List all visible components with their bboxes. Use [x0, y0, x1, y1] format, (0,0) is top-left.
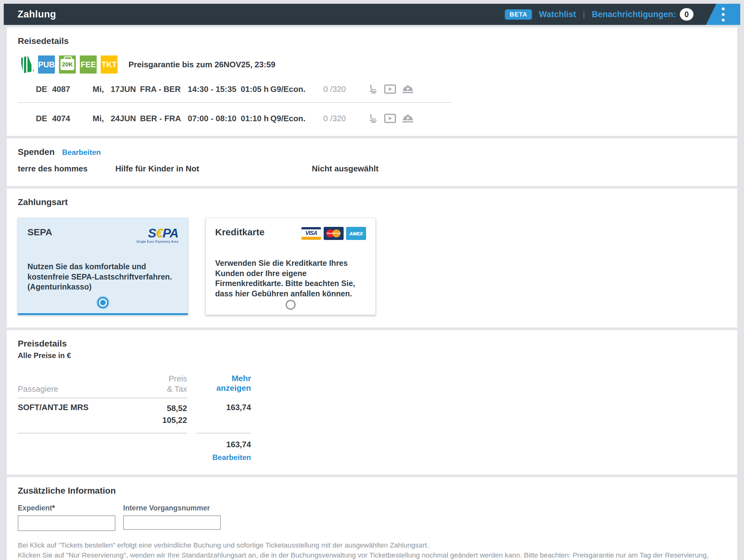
donation-organization: terre des hommes: [18, 164, 115, 173]
card-brand-logos: VISA MasterCard AMEX: [301, 227, 366, 240]
fare-badge-baggage: 20K: [59, 55, 76, 74]
payment-page: Zahlung BETA Watchlist | Benachrichtigun…: [0, 4, 744, 560]
notifications-link[interactable]: Benachrichtigungen: 0: [592, 8, 694, 21]
donation-status: Nicht ausgewählt: [312, 164, 378, 173]
zahlungsart-panel: Zahlungsart SEPA S€PA Single Euro Paymen…: [7, 189, 737, 327]
spenden-edit-link[interactable]: Bearbeiten: [62, 148, 101, 157]
flight-date: 24JUN: [111, 114, 140, 123]
flight-carrier: DE: [36, 84, 47, 94]
beta-badge: BETA: [505, 9, 532, 19]
flight-date: 17JUN: [111, 84, 140, 94]
flight-booking-class: Q9/Econ.: [270, 114, 323, 123]
sepa-title: SEPA: [28, 227, 52, 237]
header-bar: Zahlung BETA Watchlist | Benachrichtigun…: [4, 4, 740, 25]
flight-row-return: DE 4074 Mi, 24JUN BER - FRA 07:00 - 08:1…: [18, 113, 726, 123]
sepa-logo-subtext: Single Euro Payments Area: [136, 240, 178, 243]
entertainment-icon: [384, 84, 396, 94]
required-marker: *: [52, 504, 55, 512]
spenden-panel: Spenden Bearbeiten terre des hommes Hilf…: [7, 138, 737, 186]
flight-route: BER - FRA: [140, 114, 188, 123]
notifications-label: Benachrichtigungen:: [592, 10, 676, 19]
flight-separator: [18, 102, 452, 103]
flight-route: FRA - BER: [140, 84, 188, 94]
spenden-heading: Spenden: [18, 147, 54, 157]
vorgangsnummer-input[interactable]: [123, 515, 221, 530]
preisdetails-panel: Preisdetails Alle Preise in € Passagiere…: [7, 330, 737, 475]
fare-badge-tkt: TKT: [101, 55, 118, 74]
preisdetails-heading: Preisdetails: [18, 339, 726, 349]
seat-icon: [369, 113, 378, 123]
flight-seats: 0 /320: [323, 114, 369, 123]
meal-icon: [402, 113, 413, 123]
flight-number: 4087: [52, 84, 70, 94]
note-line-1: Bei Klick auf "Tickets bestellen" erfolg…: [18, 541, 726, 550]
zusatz-heading: Zusätzliche Information: [18, 486, 726, 496]
price-guarantee-text: Preisgarantie bis zum 26NOV25, 23:59: [128, 60, 275, 70]
visa-icon: VISA: [301, 227, 321, 240]
note-line-2: Klicken Sie auf "Nur Reservierung", wend…: [18, 550, 726, 560]
zahlungsart-heading: Zahlungsart: [18, 197, 726, 207]
flight-day: Mi,: [92, 114, 111, 123]
seat-icon: [369, 84, 378, 94]
header-right: BETA Watchlist | Benachrichtigungen: 0: [505, 8, 740, 21]
kreditkarte-title: Kreditkarte: [215, 227, 264, 237]
flight-times: 07:00 - 08:10: [188, 114, 236, 123]
expedient-field-group: Expedient*: [18, 504, 115, 531]
kreditkarte-description: Verwenden Sie die Kreditkarte Ihres Kund…: [215, 258, 365, 298]
payment-option-sepa[interactable]: SEPA S€PA Single Euro Payments Area Nutz…: [18, 218, 188, 315]
fare-badge-fee: FEE: [80, 55, 97, 74]
price-table: Passagiere Preis & Tax Mehr anzeigen SOF…: [18, 374, 251, 462]
currency-note: Alle Preise in €: [18, 351, 726, 360]
reisedetails-heading: Reisedetails: [18, 36, 726, 46]
kebab-menu-button[interactable]: [706, 4, 740, 25]
grand-total: 163,74: [196, 440, 251, 449]
fare-badge-pub: PUB: [38, 55, 55, 74]
flight-seats: 0 /320: [323, 84, 369, 94]
flight-times: 14:30 - 15:35: [188, 84, 236, 94]
fare-attributes-row: PUB 20K FEE TKT Preisgarantie bis zum 26…: [18, 55, 726, 74]
flight-carrier: DE: [36, 114, 47, 123]
sepa-logo: S€PA Single Euro Payments Area: [136, 227, 178, 243]
kebab-icon: [722, 7, 725, 22]
flight-booking-class: G9/Econ.: [270, 84, 323, 94]
header-separator: |: [583, 10, 585, 19]
donation-description: Hilfe für Kinder in Not: [115, 164, 312, 173]
zusatz-panel: Zusätzliche Information Expedient* Inter…: [7, 477, 737, 560]
flight-duration: 01:05 h: [241, 84, 269, 94]
passenger-name: SOFT/ANTJE MRS: [18, 403, 88, 412]
col-price-tax: Preis & Tax: [167, 374, 187, 394]
more-link[interactable]: Mehr anzeigen: [216, 374, 251, 393]
mastercard-icon: MasterCard: [324, 227, 344, 240]
spenden-row: terre des hommes Hilfe für Kinder in Not…: [18, 164, 726, 173]
price-and-tax: 58,52 105,22: [162, 403, 187, 426]
col-passengers: Passagiere: [18, 384, 58, 394]
entertainment-icon: [384, 114, 396, 123]
notifications-count-badge: 0: [680, 8, 694, 21]
expedient-label: Expedient*: [18, 504, 115, 512]
sepa-radio[interactable]: [97, 297, 109, 308]
page-title: Zahlung: [17, 9, 56, 20]
watchlist-link[interactable]: Watchlist: [539, 10, 576, 19]
amex-icon: AMEX: [346, 227, 366, 240]
row-total: 163,74: [196, 403, 251, 426]
payment-option-kreditkarte[interactable]: Kreditkarte VISA MasterCard AMEX Verwend…: [206, 218, 376, 315]
airline-logo-icon: [18, 56, 34, 73]
price-edit-link[interactable]: Bearbeiten: [212, 453, 251, 462]
flight-number: 4074: [52, 114, 70, 123]
reisedetails-panel: Reisedetails PUB 20K FEE TKT Preisgarant…: [7, 28, 737, 136]
flight-day: Mi,: [92, 84, 111, 94]
flight-row-outbound: DE 4087 Mi, 17JUN FRA - BER 14:30 - 15:3…: [18, 84, 726, 94]
vorgangsnummer-field-group: Interne Vorgangsnummer: [123, 504, 221, 531]
kreditkarte-radio[interactable]: [286, 300, 296, 310]
suitcase-icon: 20K: [61, 59, 74, 70]
meal-icon: [402, 84, 413, 94]
booking-note: Bei Klick auf "Tickets bestellen" erfolg…: [18, 541, 726, 560]
totals-separator: [18, 433, 251, 434]
price-row: SOFT/ANTJE MRS 58,52 105,22 163,74: [18, 403, 251, 426]
vorgangsnummer-label: Interne Vorgangsnummer: [123, 504, 221, 512]
flight-duration: 01:10 h: [241, 114, 269, 123]
expedient-input[interactable]: [18, 515, 115, 531]
sepa-description: Nutzen Sie das komfortable und kostenfre…: [28, 262, 177, 292]
